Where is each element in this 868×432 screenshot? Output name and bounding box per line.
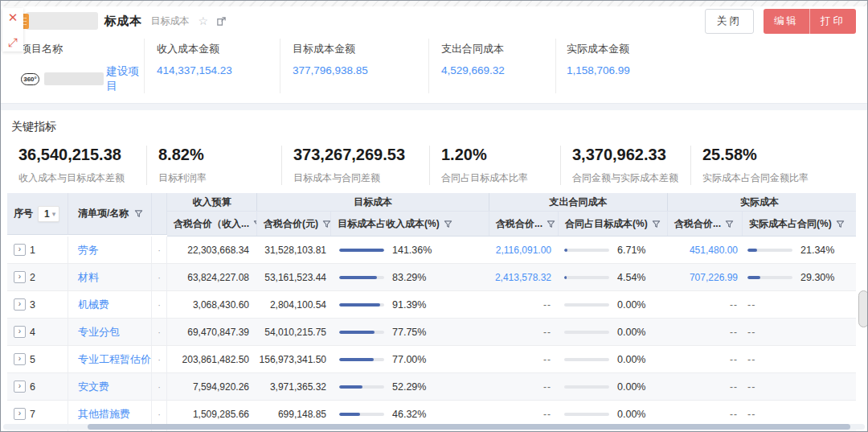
column-header[interactable]: 含税合价...: [489, 212, 559, 236]
filter-icon[interactable]: [652, 220, 661, 228]
income-budget-cell: 22,303,668.34: [167, 237, 257, 263]
row-name-link[interactable]: 材料: [78, 270, 99, 285]
table-row: › 4 专业分包 · 69,470,847.39 54,010,215.75 7…: [7, 319, 856, 346]
expand-row-icon[interactable]: ›: [14, 271, 26, 283]
actual-cost-cell: --: [668, 319, 743, 345]
column-group-header: 实际成本: [668, 193, 851, 211]
actual-cost-link[interactable]: 707,226.99: [690, 272, 738, 283]
target-cost-cell: 54,010,215.75: [257, 319, 331, 345]
expand-icon[interactable]: ⤢: [8, 36, 18, 48]
expand-row-icon[interactable]: ›: [14, 326, 26, 338]
chevron-down-icon: ▾: [52, 210, 56, 218]
open-in-new-icon[interactable]: [216, 16, 227, 27]
close-icon[interactable]: ✕: [8, 11, 18, 23]
progress-bar: [339, 331, 384, 334]
contract-cost-link[interactable]: 2,116,091.00: [496, 245, 551, 256]
actual-vs-contract-pct: 29.30%: [800, 272, 834, 283]
kpi-item: 25.58% 实际成本占合同金额比率: [690, 146, 809, 185]
table-row: › 5 专业工程暂估价 · 203,861,482.50 156,973,341…: [7, 346, 856, 373]
table-row: › 2 材料 · 63,824,227.08 53,161,523.44 83.…: [7, 264, 856, 291]
filter-icon[interactable]: [547, 220, 555, 228]
row-clipped-cell: ·: [152, 291, 167, 318]
expand-row-icon[interactable]: ›: [14, 381, 26, 393]
contract-cost-cell: --: [489, 373, 559, 400]
row-clipped-cell: ·: [152, 319, 167, 345]
edit-button[interactable]: 编辑: [764, 9, 810, 34]
row-name-link[interactable]: 安文费: [78, 380, 109, 394]
column-header[interactable]: 含税合价（收入...: [167, 212, 257, 236]
target-vs-income-cell: 77.75%: [331, 319, 489, 345]
progress-bar: [564, 358, 609, 361]
actual-vs-contract-cell: --: [743, 346, 851, 372]
horizontal-scrollbar-thumb[interactable]: [88, 424, 850, 430]
contract-vs-target-pct: 6.71%: [617, 245, 645, 256]
star-icon[interactable]: ☆: [199, 14, 209, 27]
progress-bar: [564, 249, 609, 252]
redacted-project-name: [44, 72, 104, 85]
summary-field-value[interactable]: 377,796,938.85: [293, 64, 428, 76]
column-header[interactable]: 实际成本占合同(%): [743, 212, 851, 236]
expand-row-icon[interactable]: ›: [14, 408, 26, 420]
row-name-cell: 材料: [68, 264, 152, 290]
print-button[interactable]: 打印: [810, 9, 856, 34]
expand-row-icon[interactable]: ›: [14, 244, 26, 256]
clipped-content-dot: ·: [158, 245, 161, 255]
contract-cost-link[interactable]: 2,413,578.32: [495, 272, 551, 283]
progress-bar: [564, 331, 609, 334]
column-header[interactable]: 含税合价...: [668, 212, 743, 236]
table-row: › 1 劳务 · 22,303,668.34 31,528,103.81 141…: [7, 237, 856, 264]
expand-row-icon[interactable]: ›: [14, 353, 26, 365]
row-seq: 1: [30, 245, 35, 256]
filter-icon[interactable]: [322, 220, 331, 228]
redacted-title-text: [26, 12, 98, 30]
row-name-link[interactable]: 专业工程暂估价: [78, 352, 151, 367]
row-seq: 4: [30, 327, 35, 338]
seq-level-dropdown[interactable]: 1 ▾: [38, 206, 59, 222]
project-name-link[interactable]: 建设项目: [106, 64, 144, 93]
cost-table: 序号 1 ▾ 清单项/名称 收入预算目标成本支出合同成本实际成本 含税合价（收入…: [7, 193, 856, 432]
column-header[interactable]: 含税合价(元): [257, 212, 331, 236]
summary-field: 收入成本金额 414,337,154.23: [144, 39, 280, 93]
target-vs-income-pct: 46.32%: [392, 409, 426, 420]
filter-icon[interactable]: [725, 220, 734, 228]
expand-row-icon[interactable]: ›: [14, 298, 26, 311]
column-header-label: 含税合价...: [496, 217, 542, 231]
target-vs-income-cell: 91.39%: [331, 291, 489, 318]
row-seq-cell: › 5: [7, 346, 68, 372]
seq-column-header: 序号 1 ▾: [7, 193, 68, 235]
column-header[interactable]: 合同占目标成本(%): [559, 212, 668, 236]
actual-vs-contract-empty: --: [747, 299, 755, 311]
target-vs-income-cell: 83.29%: [331, 264, 489, 290]
filter-icon[interactable]: [836, 220, 845, 228]
summary-field-value[interactable]: 1,158,706.99: [567, 64, 692, 76]
background-stripes: [1, 1, 867, 6]
actual-cost-link[interactable]: 451,480.00: [690, 245, 738, 256]
row-name-cell: 安文费: [68, 373, 152, 400]
table-header: 序号 1 ▾ 清单项/名称 收入预算目标成本支出合同成本实际成本 含税合价（收入…: [7, 193, 856, 237]
row-name-link[interactable]: 劳务: [78, 243, 99, 257]
target-vs-income-cell: 52.29%: [331, 373, 489, 400]
header-groups: 收入预算目标成本支出合同成本实际成本 含税合价（收入...含税合价(元)目标成本…: [167, 193, 856, 237]
row-name-cell: 专业工程暂估价: [68, 346, 152, 372]
row-name-link[interactable]: 专业分包: [78, 325, 120, 339]
column-header[interactable]: 目标成本占收入成本(%): [331, 212, 489, 236]
contract-cost-cell: --: [489, 346, 559, 372]
contract-vs-target-cell: 0.00%: [559, 319, 668, 345]
summary-field-value[interactable]: 414,337,154.23: [157, 64, 280, 76]
name-column-header[interactable]: 清单项/名称: [68, 193, 152, 235]
close-button[interactable]: 关闭: [705, 9, 754, 34]
progress-bar: [339, 303, 384, 307]
actual-vs-contract-cell: --: [743, 319, 851, 345]
column-group-header: 目标成本: [257, 193, 489, 211]
filter-icon[interactable]: [444, 220, 452, 228]
vertical-scrollbar-thumb[interactable]: [858, 290, 868, 327]
summary-field-label: 收入成本金额: [157, 42, 280, 56]
contract-vs-target-pct: 4.54%: [617, 272, 645, 283]
target-vs-income-cell: 77.00%: [331, 346, 489, 372]
target-vs-income-pct: 141.36%: [392, 245, 432, 256]
row-name-link[interactable]: 其他措施费: [78, 407, 130, 422]
horizontal-scrollbar[interactable]: [3, 424, 865, 430]
summary-field-value[interactable]: 4,529,669.32: [441, 64, 555, 76]
filter-icon[interactable]: [134, 209, 143, 218]
row-name-link[interactable]: 机械费: [78, 298, 109, 312]
